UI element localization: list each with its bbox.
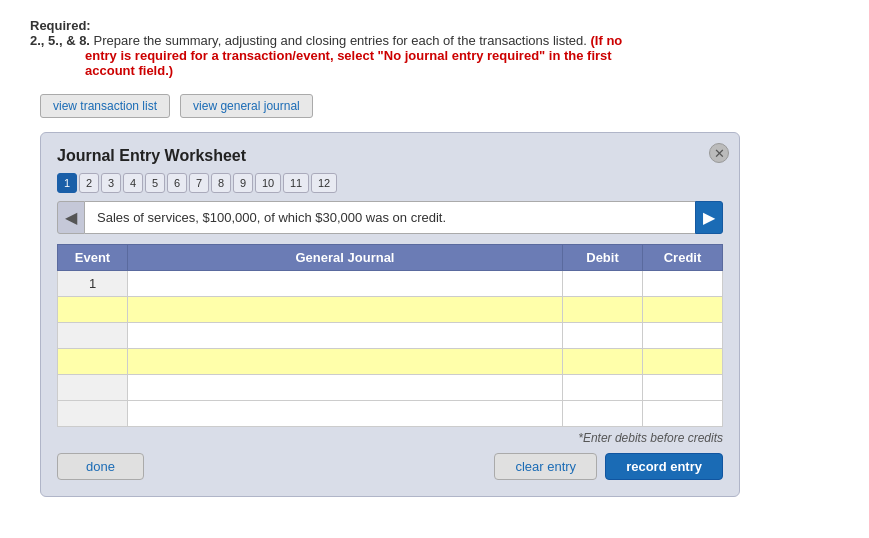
- table-row: 1: [58, 271, 723, 297]
- required-red-block: entry is required for a transaction/even…: [85, 48, 839, 78]
- table-row: [58, 349, 723, 375]
- view-transaction-list-button[interactable]: view transaction list: [40, 94, 170, 118]
- journal-cell-1[interactable]: [128, 297, 563, 323]
- journal-cell-4[interactable]: [128, 375, 563, 401]
- event-cell-4: [58, 375, 128, 401]
- required-number: 2., 5., & 8.: [30, 33, 90, 48]
- required-red-inline: (If no: [591, 33, 623, 48]
- journal-input-3[interactable]: [128, 349, 562, 374]
- record-entry-button[interactable]: record entry: [605, 453, 723, 480]
- worksheet-title: Journal Entry Worksheet: [57, 147, 723, 165]
- table-row: [58, 297, 723, 323]
- tab-row: 123456789101112: [57, 173, 723, 193]
- debit-cell-1[interactable]: [563, 297, 643, 323]
- credit-input-5[interactable]: [643, 401, 722, 426]
- clear-entry-button[interactable]: clear entry: [494, 453, 597, 480]
- debit-input-4[interactable]: [563, 375, 642, 400]
- hint-text: *Enter debits before credits: [57, 431, 723, 445]
- col-credit: Credit: [643, 245, 723, 271]
- journal-input-4[interactable]: [128, 375, 562, 400]
- credit-input-2[interactable]: [643, 323, 722, 348]
- debit-input-1[interactable]: [563, 297, 642, 322]
- table-row: [58, 401, 723, 427]
- event-cell-2: [58, 323, 128, 349]
- journal-cell-2[interactable]: [128, 323, 563, 349]
- tab-10[interactable]: 10: [255, 173, 281, 193]
- table-row: [58, 375, 723, 401]
- debit-cell-4[interactable]: [563, 375, 643, 401]
- bottom-button-row: done clear entry record entry: [57, 453, 723, 480]
- credit-input-4[interactable]: [643, 375, 722, 400]
- debit-cell-3[interactable]: [563, 349, 643, 375]
- journal-input-1[interactable]: [128, 297, 562, 322]
- journal-input-2[interactable]: [128, 323, 562, 348]
- credit-cell-5[interactable]: [643, 401, 723, 427]
- debit-input-5[interactable]: [563, 401, 642, 426]
- tab-8[interactable]: 8: [211, 173, 231, 193]
- credit-cell-4[interactable]: [643, 375, 723, 401]
- debit-cell-5[interactable]: [563, 401, 643, 427]
- debit-input-0[interactable]: [563, 271, 642, 296]
- nav-right-button[interactable]: ▶: [695, 201, 723, 234]
- top-button-row: view transaction list view general journ…: [40, 94, 839, 118]
- worksheet-panel: Journal Entry Worksheet ✕ 12345678910111…: [40, 132, 740, 497]
- journal-input-0[interactable]: [128, 271, 562, 296]
- credit-cell-2[interactable]: [643, 323, 723, 349]
- done-button[interactable]: done: [57, 453, 144, 480]
- event-cell-1: [58, 297, 128, 323]
- tab-4[interactable]: 4: [123, 173, 143, 193]
- credit-cell-3[interactable]: [643, 349, 723, 375]
- required-section: Required: 2., 5., & 8. Prepare the summa…: [30, 18, 839, 78]
- tab-3[interactable]: 3: [101, 173, 121, 193]
- credit-input-1[interactable]: [643, 297, 722, 322]
- table-row: [58, 323, 723, 349]
- tab-7[interactable]: 7: [189, 173, 209, 193]
- required-text: 2., 5., & 8. Prepare the summary, adjust…: [30, 33, 622, 48]
- col-debit: Debit: [563, 245, 643, 271]
- view-general-journal-button[interactable]: view general journal: [180, 94, 313, 118]
- tab-6[interactable]: 6: [167, 173, 187, 193]
- credit-input-0[interactable]: [643, 271, 722, 296]
- journal-cell-0[interactable]: [128, 271, 563, 297]
- debit-cell-0[interactable]: [563, 271, 643, 297]
- debit-cell-2[interactable]: [563, 323, 643, 349]
- event-cell-3: [58, 349, 128, 375]
- col-event: Event: [58, 245, 128, 271]
- description-text: Sales of services, $100,000, of which $3…: [85, 201, 695, 234]
- credit-cell-1[interactable]: [643, 297, 723, 323]
- tab-11[interactable]: 11: [283, 173, 309, 193]
- nav-left-button[interactable]: ◀: [57, 201, 85, 234]
- close-button[interactable]: ✕: [709, 143, 729, 163]
- col-general-journal: General Journal: [128, 245, 563, 271]
- right-buttons: clear entry record entry: [494, 453, 723, 480]
- tab-5[interactable]: 5: [145, 173, 165, 193]
- credit-input-3[interactable]: [643, 349, 722, 374]
- tab-12[interactable]: 12: [311, 173, 337, 193]
- debit-input-3[interactable]: [563, 349, 642, 374]
- journal-table: Event General Journal Debit Credit 1: [57, 244, 723, 427]
- tab-1[interactable]: 1: [57, 173, 77, 193]
- debit-input-2[interactable]: [563, 323, 642, 348]
- journal-cell-3[interactable]: [128, 349, 563, 375]
- description-row: ◀ Sales of services, $100,000, of which …: [57, 201, 723, 234]
- required-label: Required:: [30, 18, 91, 33]
- journal-cell-5[interactable]: [128, 401, 563, 427]
- event-cell-0: 1: [58, 271, 128, 297]
- credit-cell-0[interactable]: [643, 271, 723, 297]
- event-cell-5: [58, 401, 128, 427]
- tab-9[interactable]: 9: [233, 173, 253, 193]
- journal-input-5[interactable]: [128, 401, 562, 426]
- tab-2[interactable]: 2: [79, 173, 99, 193]
